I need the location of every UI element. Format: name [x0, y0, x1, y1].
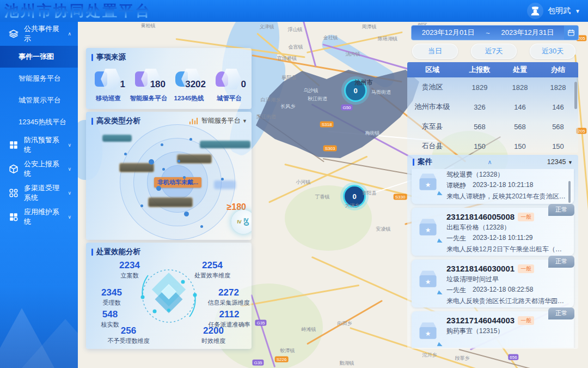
grid-icon — [9, 140, 19, 150]
case-card[interactable]: 正常 ★ 231217146044003一般 购药事宜（12315） — [412, 311, 574, 348]
range-today-button[interactable]: 当日 — [412, 44, 458, 59]
sidebar-group-flood-warning[interactable]: 防汛预警系统 ∨ — [0, 133, 78, 157]
panel-title: 事项来源 — [86, 48, 252, 63]
sidebar-nav: 公共事件展示 ∧ 事件一张图 智能服务平台 城管展示平台 12345热线平台 防… — [0, 22, 78, 368]
user-menu[interactable]: 包明武 ▼ — [527, 0, 580, 22]
sidebar-group-label: 公安上报系统 — [24, 159, 62, 179]
status-badge: 正常 — [548, 307, 574, 319]
status-badge: 正常 — [548, 256, 574, 268]
hexagon-icon — [221, 68, 242, 91]
sidebar-group-label: 应用维护系统 — [24, 207, 62, 227]
stat-accepted: 2345受理数 — [101, 287, 122, 307]
sidebar-group-public-events[interactable]: 公共事件展示 ∧ — [0, 22, 78, 46]
radar-dot — [124, 153, 127, 155]
cluster-count: 0 — [352, 192, 356, 201]
sidebar-item-city-mgmt[interactable]: 城管展示平台 — [0, 89, 78, 111]
case-person: 谭晓静 — [446, 181, 466, 190]
map-town-label: 官埠桥镇 — [277, 55, 297, 62]
case-box-icon: ★ — [416, 215, 440, 242]
bar-chart-icon — [189, 117, 198, 125]
svg-text:★: ★ — [425, 330, 431, 337]
source-label: 城管平台 — [209, 94, 249, 102]
sidebar-item-event-map[interactable]: 事件一张图 — [0, 46, 78, 68]
apps-icon — [9, 188, 19, 198]
date-separator: ~ — [485, 29, 491, 37]
redacted-type-label — [200, 141, 250, 148]
mountain-decoration — [0, 308, 54, 368]
radar-dot — [161, 143, 163, 146]
type-source-dropdown[interactable]: 智能服务平台 ▼ — [201, 116, 247, 125]
sidebar-item-smart-service[interactable]: 智能服务平台 — [0, 68, 78, 89]
sidebar-group-multichannel[interactable]: 多渠道受理系统 ∨ — [0, 181, 78, 205]
source-label: 移动巡查 — [88, 94, 128, 102]
panel-high-frequency-types: 高发类型分析 智能服务平台 ▼ 非机动车未戴... ≥180 ≥0 ≥ — [86, 112, 252, 240]
case-title: 驾校退费（12328） — [446, 170, 568, 179]
map-town-label: 陈瑶湖镇 — [378, 35, 397, 43]
sidebar-item-12345-hotline[interactable]: 12345热线平台 — [0, 111, 78, 133]
sidebar-group-label: 公共事件展示 — [24, 24, 62, 44]
radar-dot — [140, 204, 143, 207]
top-type-label[interactable]: 非机动车未戴... — [154, 177, 201, 188]
case-time: 2023-12-18 08:22:58 — [473, 286, 533, 295]
map-town-label: 鹅湖镇 — [340, 360, 354, 367]
panel-disposal-efficiency: 处置效能分析 2234立案数 2345受理数 548核实数 256不予受理数维度… — [86, 243, 252, 349]
chevron-down-icon: ▼ — [242, 118, 247, 124]
redacted-type-label — [148, 197, 193, 207]
table-row: 东至县568568568 — [407, 117, 578, 136]
date-end-field[interactable]: 2023年12月31日 — [491, 28, 564, 38]
user-avatar-icon — [527, 3, 543, 19]
case-meta: 谭晓静2023-12-18 10:21:18 — [446, 181, 568, 190]
sidebar-group-app-maintenance[interactable]: 应用维护系统 ∨ — [0, 205, 78, 229]
map-town-label: 白泽湖乡 — [261, 96, 280, 104]
sidebar-group-police-report[interactable]: 公安上报系统 ∨ — [0, 157, 78, 181]
source-count: 3202 — [185, 79, 206, 90]
chevron-down-icon: ▼ — [568, 160, 573, 165]
cluster-count: 0 — [353, 87, 357, 95]
range-7days-button[interactable]: 近7天 — [471, 44, 517, 59]
range-30days-button[interactable]: 近30天 — [530, 44, 575, 59]
road-number-badge: S318 — [320, 122, 334, 128]
table-header: 区域 上报数 处置 办结 — [407, 62, 578, 77]
title-bar-accent — [91, 118, 93, 125]
case-card[interactable]: 正常 ★ 231218146030001一般 垃圾清理时间过早 一先生2023-… — [412, 260, 574, 307]
collapse-chevron-icon[interactable]: ∧ — [487, 159, 492, 166]
case-list-scrollbar[interactable] — [568, 181, 571, 203]
case-time: 2023-12-18 10:11:29 — [473, 234, 533, 243]
chevron-down-icon: ∨ — [68, 190, 78, 196]
date-range-bar: 2023年12月01日 ~ 2023年12月31日 — [411, 25, 579, 40]
map-town-label: 长风乡 — [281, 103, 296, 110]
case-title: 出租车价格（12328） — [446, 223, 568, 232]
source-card-12345-hotline: 3202 12345热线 — [169, 65, 209, 102]
map-town-label: 丁香镇 — [315, 194, 330, 201]
radar-dot — [189, 138, 192, 141]
radar-dot — [149, 159, 154, 165]
map-town-label: 浮山镇 — [288, 26, 303, 33]
cases-header: 案件 ∧ 12345 ▼ — [407, 155, 578, 169]
map-town-label: 枞阳县 — [282, 74, 297, 81]
svg-text:★: ★ — [425, 226, 431, 234]
case-card[interactable]: ★ 驾校退费（12328） 谭晓静2023-12-18 10:21:18 来电人… — [412, 169, 574, 204]
map-town-label: 周潭镇 — [362, 23, 377, 31]
case-card[interactable]: 正常 ★ 231218146005008一般 出租车价格（12328） 一先生2… — [412, 208, 574, 256]
map-town-label: 会宫镇 — [289, 44, 303, 51]
stat-timeliness: 2200时效维度 — [201, 325, 225, 345]
radar-dot — [177, 160, 180, 162]
map-town-label: 青阳县 — [362, 190, 377, 197]
chevron-down-icon: ▼ — [575, 8, 580, 14]
map-town-label: 梅街镇 — [365, 130, 380, 137]
table-scrollbar[interactable] — [574, 82, 577, 109]
map-town-label: 义津镇 — [260, 23, 274, 31]
type-scale-legend: ≥0 ≥ — [231, 210, 252, 234]
svg-text:★: ★ — [425, 278, 431, 286]
calendar-icon[interactable] — [564, 26, 578, 40]
date-start-field[interactable]: 2023年12月01日 — [412, 28, 485, 38]
case-person: 一先生 — [446, 234, 466, 243]
case-person: 一先生 — [446, 286, 466, 295]
road-number-badge: G35 — [255, 320, 266, 326]
case-title: 购药事宜（12315） — [446, 327, 568, 336]
case-source-dropdown[interactable]: 12345 ▼ — [547, 158, 573, 166]
region-stats-table: 区域 上报数 处置 办结 贵池区182918281828 池州市本级326146… — [407, 62, 578, 153]
source-count: 0 — [241, 79, 246, 90]
case-description: 来电人谭晓静，反映其2021年在贵池区白洋... — [446, 192, 568, 201]
level-badge: 一般 — [518, 264, 534, 273]
